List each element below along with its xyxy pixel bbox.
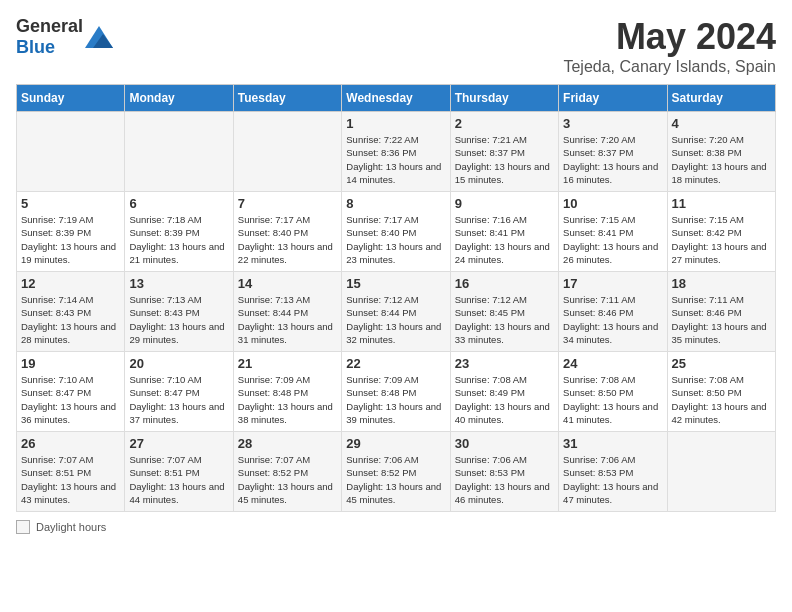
column-header-monday: Monday [125,85,233,112]
calendar-cell: 16Sunrise: 7:12 AM Sunset: 8:45 PM Dayli… [450,272,558,352]
day-info: Sunrise: 7:12 AM Sunset: 8:45 PM Dayligh… [455,293,554,346]
calendar-cell: 1Sunrise: 7:22 AM Sunset: 8:36 PM Daylig… [342,112,450,192]
calendar-cell: 8Sunrise: 7:17 AM Sunset: 8:40 PM Daylig… [342,192,450,272]
calendar-cell: 31Sunrise: 7:06 AM Sunset: 8:53 PM Dayli… [559,432,667,512]
page-header: General Blue May 2024 Tejeda, Canary Isl… [16,16,776,76]
day-number: 30 [455,436,554,451]
calendar-cell: 2Sunrise: 7:21 AM Sunset: 8:37 PM Daylig… [450,112,558,192]
day-info: Sunrise: 7:07 AM Sunset: 8:51 PM Dayligh… [21,453,120,506]
day-info: Sunrise: 7:18 AM Sunset: 8:39 PM Dayligh… [129,213,228,266]
day-info: Sunrise: 7:20 AM Sunset: 8:37 PM Dayligh… [563,133,662,186]
column-header-friday: Friday [559,85,667,112]
day-number: 6 [129,196,228,211]
calendar-cell [17,112,125,192]
daylight-box [16,520,30,534]
day-info: Sunrise: 7:07 AM Sunset: 8:52 PM Dayligh… [238,453,337,506]
calendar-week-row: 5Sunrise: 7:19 AM Sunset: 8:39 PM Daylig… [17,192,776,272]
day-info: Sunrise: 7:13 AM Sunset: 8:43 PM Dayligh… [129,293,228,346]
calendar-cell: 12Sunrise: 7:14 AM Sunset: 8:43 PM Dayli… [17,272,125,352]
day-info: Sunrise: 7:19 AM Sunset: 8:39 PM Dayligh… [21,213,120,266]
day-number: 22 [346,356,445,371]
day-info: Sunrise: 7:06 AM Sunset: 8:53 PM Dayligh… [563,453,662,506]
day-info: Sunrise: 7:09 AM Sunset: 8:48 PM Dayligh… [238,373,337,426]
calendar-cell [125,112,233,192]
calendar-cell: 7Sunrise: 7:17 AM Sunset: 8:40 PM Daylig… [233,192,341,272]
calendar-cell: 19Sunrise: 7:10 AM Sunset: 8:47 PM Dayli… [17,352,125,432]
calendar-week-row: 19Sunrise: 7:10 AM Sunset: 8:47 PM Dayli… [17,352,776,432]
day-number: 10 [563,196,662,211]
calendar-cell: 28Sunrise: 7:07 AM Sunset: 8:52 PM Dayli… [233,432,341,512]
calendar-header-row: SundayMondayTuesdayWednesdayThursdayFrid… [17,85,776,112]
calendar-cell: 6Sunrise: 7:18 AM Sunset: 8:39 PM Daylig… [125,192,233,272]
main-title: May 2024 [563,16,776,58]
day-number: 20 [129,356,228,371]
calendar-cell: 26Sunrise: 7:07 AM Sunset: 8:51 PM Dayli… [17,432,125,512]
day-info: Sunrise: 7:15 AM Sunset: 8:41 PM Dayligh… [563,213,662,266]
calendar-week-row: 12Sunrise: 7:14 AM Sunset: 8:43 PM Dayli… [17,272,776,352]
calendar-cell: 24Sunrise: 7:08 AM Sunset: 8:50 PM Dayli… [559,352,667,432]
logo: General Blue [16,16,113,58]
calendar-cell: 3Sunrise: 7:20 AM Sunset: 8:37 PM Daylig… [559,112,667,192]
day-number: 29 [346,436,445,451]
calendar-week-row: 1Sunrise: 7:22 AM Sunset: 8:36 PM Daylig… [17,112,776,192]
day-info: Sunrise: 7:11 AM Sunset: 8:46 PM Dayligh… [563,293,662,346]
day-number: 7 [238,196,337,211]
day-number: 25 [672,356,771,371]
day-number: 26 [21,436,120,451]
day-info: Sunrise: 7:16 AM Sunset: 8:41 PM Dayligh… [455,213,554,266]
calendar-cell: 21Sunrise: 7:09 AM Sunset: 8:48 PM Dayli… [233,352,341,432]
calendar-cell: 30Sunrise: 7:06 AM Sunset: 8:53 PM Dayli… [450,432,558,512]
title-block: May 2024 Tejeda, Canary Islands, Spain [563,16,776,76]
day-number: 16 [455,276,554,291]
calendar-cell [667,432,775,512]
day-number: 23 [455,356,554,371]
day-info: Sunrise: 7:17 AM Sunset: 8:40 PM Dayligh… [238,213,337,266]
day-info: Sunrise: 7:08 AM Sunset: 8:50 PM Dayligh… [672,373,771,426]
day-info: Sunrise: 7:10 AM Sunset: 8:47 PM Dayligh… [21,373,120,426]
day-info: Sunrise: 7:17 AM Sunset: 8:40 PM Dayligh… [346,213,445,266]
day-number: 4 [672,116,771,131]
calendar-cell: 13Sunrise: 7:13 AM Sunset: 8:43 PM Dayli… [125,272,233,352]
calendar-cell: 27Sunrise: 7:07 AM Sunset: 8:51 PM Dayli… [125,432,233,512]
calendar-cell [233,112,341,192]
calendar-cell: 5Sunrise: 7:19 AM Sunset: 8:39 PM Daylig… [17,192,125,272]
day-info: Sunrise: 7:07 AM Sunset: 8:51 PM Dayligh… [129,453,228,506]
calendar-cell: 20Sunrise: 7:10 AM Sunset: 8:47 PM Dayli… [125,352,233,432]
calendar-table: SundayMondayTuesdayWednesdayThursdayFrid… [16,84,776,512]
daylight-label: Daylight hours [36,521,106,533]
calendar-cell: 22Sunrise: 7:09 AM Sunset: 8:48 PM Dayli… [342,352,450,432]
day-number: 11 [672,196,771,211]
footer: Daylight hours [16,520,776,534]
day-number: 17 [563,276,662,291]
day-number: 15 [346,276,445,291]
day-number: 21 [238,356,337,371]
subtitle: Tejeda, Canary Islands, Spain [563,58,776,76]
day-number: 9 [455,196,554,211]
day-number: 28 [238,436,337,451]
day-info: Sunrise: 7:13 AM Sunset: 8:44 PM Dayligh… [238,293,337,346]
day-info: Sunrise: 7:21 AM Sunset: 8:37 PM Dayligh… [455,133,554,186]
day-number: 3 [563,116,662,131]
day-info: Sunrise: 7:06 AM Sunset: 8:53 PM Dayligh… [455,453,554,506]
day-number: 1 [346,116,445,131]
column-header-tuesday: Tuesday [233,85,341,112]
calendar-cell: 14Sunrise: 7:13 AM Sunset: 8:44 PM Dayli… [233,272,341,352]
calendar-cell: 15Sunrise: 7:12 AM Sunset: 8:44 PM Dayli… [342,272,450,352]
calendar-week-row: 26Sunrise: 7:07 AM Sunset: 8:51 PM Dayli… [17,432,776,512]
day-number: 8 [346,196,445,211]
calendar-cell: 4Sunrise: 7:20 AM Sunset: 8:38 PM Daylig… [667,112,775,192]
calendar-cell: 18Sunrise: 7:11 AM Sunset: 8:46 PM Dayli… [667,272,775,352]
day-info: Sunrise: 7:08 AM Sunset: 8:49 PM Dayligh… [455,373,554,426]
day-info: Sunrise: 7:11 AM Sunset: 8:46 PM Dayligh… [672,293,771,346]
day-info: Sunrise: 7:15 AM Sunset: 8:42 PM Dayligh… [672,213,771,266]
day-info: Sunrise: 7:09 AM Sunset: 8:48 PM Dayligh… [346,373,445,426]
day-number: 24 [563,356,662,371]
calendar-cell: 29Sunrise: 7:06 AM Sunset: 8:52 PM Dayli… [342,432,450,512]
day-info: Sunrise: 7:06 AM Sunset: 8:52 PM Dayligh… [346,453,445,506]
calendar-cell: 10Sunrise: 7:15 AM Sunset: 8:41 PM Dayli… [559,192,667,272]
day-number: 31 [563,436,662,451]
day-number: 5 [21,196,120,211]
column-header-wednesday: Wednesday [342,85,450,112]
day-info: Sunrise: 7:08 AM Sunset: 8:50 PM Dayligh… [563,373,662,426]
calendar-cell: 25Sunrise: 7:08 AM Sunset: 8:50 PM Dayli… [667,352,775,432]
